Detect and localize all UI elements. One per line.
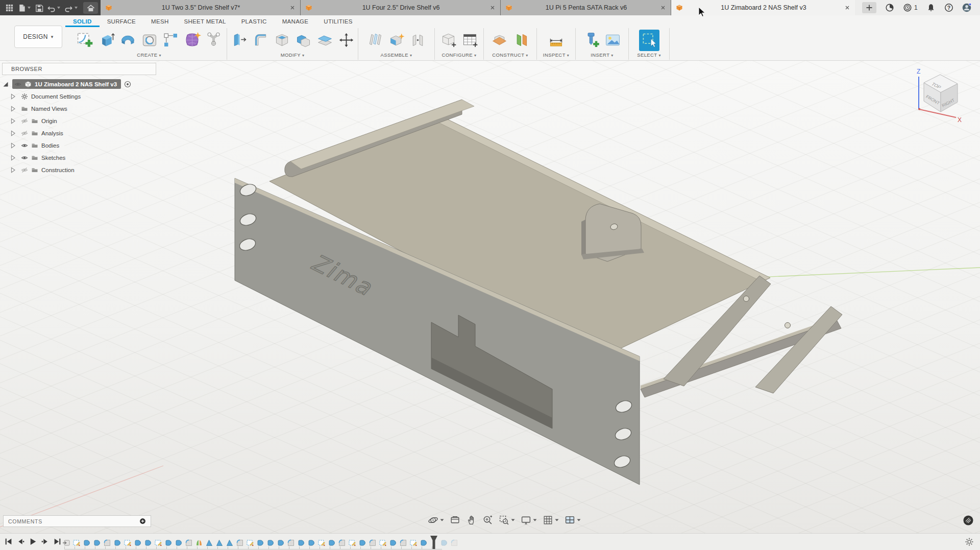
close-icon[interactable] — [844, 5, 850, 11]
timeline-feature-extrude[interactable] — [277, 539, 285, 547]
help-button[interactable]: ? — [944, 3, 953, 12]
tool-hole[interactable] — [139, 30, 159, 51]
expand-arrow-icon[interactable] — [9, 166, 16, 174]
timeline-feature-sketch[interactable] — [348, 539, 356, 547]
zoom-button[interactable] — [482, 515, 493, 525]
fit-button[interactable] — [499, 515, 515, 525]
expand-arrow-icon[interactable] — [9, 105, 16, 112]
add-comment-icon[interactable] — [139, 518, 146, 524]
notifications-button[interactable] — [926, 3, 936, 12]
timeline-feature-triangle[interactable] — [215, 539, 224, 547]
timeline-feature-sketch[interactable] — [409, 539, 418, 547]
timeline-feature-extrude[interactable] — [144, 539, 152, 547]
tool-press-pull[interactable] — [229, 30, 249, 51]
timeline-feature-triangle[interactable] — [205, 539, 213, 547]
file-new-button[interactable] — [16, 3, 32, 13]
browser-item-named-views[interactable]: Named Views — [9, 103, 156, 114]
close-icon[interactable] — [289, 5, 296, 11]
tool-insert-fastener[interactable] — [581, 30, 602, 51]
orbit-button[interactable] — [428, 515, 444, 525]
tool-measure[interactable] — [546, 30, 567, 51]
timeline-feature-fillet[interactable] — [103, 539, 111, 547]
expand-arrow-icon[interactable] — [9, 142, 16, 149]
step-forward-button[interactable] — [41, 537, 50, 546]
tool-joint[interactable] — [386, 30, 407, 51]
ribbon-group-label[interactable]: CREATE ▾ — [71, 52, 227, 60]
document-tab[interactable]: 1U Two 3.5" Drive Shelf v7* — [101, 0, 301, 15]
tool-configuration[interactable] — [438, 30, 459, 51]
ribbon-tab-mesh[interactable]: MESH — [143, 15, 176, 27]
tool-new-component[interactable] — [365, 30, 385, 51]
app-grid-button[interactable] — [4, 3, 15, 13]
timeline-feature-extrude[interactable] — [389, 539, 397, 547]
ribbon-group-label[interactable]: CONFIGURE ▾ — [435, 52, 483, 60]
visibility-eye-off-icon[interactable] — [21, 130, 28, 137]
timeline-feature-fillet-suppressed[interactable] — [450, 539, 458, 547]
visibility-eye-off-icon[interactable] — [21, 117, 28, 125]
timeline-feature-extrude[interactable] — [266, 539, 275, 547]
ribbon-group-label[interactable]: INSERT ▾ — [576, 52, 628, 60]
close-icon[interactable] — [660, 5, 666, 11]
tool-configuration-table[interactable] — [460, 30, 480, 51]
timeline-feature-extrude[interactable] — [297, 539, 305, 547]
timeline-feature-sketch[interactable] — [124, 539, 132, 547]
save-button[interactable] — [34, 3, 44, 13]
browser-item-construction[interactable]: Construction — [9, 164, 156, 175]
view-cube[interactable]: TOP FRONT RIGHT Z X — [903, 64, 971, 127]
display-settings-button[interactable] — [521, 515, 537, 525]
new-tab-button[interactable] — [862, 2, 876, 13]
ribbon-tab-plastic[interactable]: PLASTIC — [234, 15, 275, 27]
tool-combine[interactable] — [293, 30, 313, 51]
expand-arrow-icon[interactable] — [9, 93, 16, 100]
pan-button[interactable] — [466, 515, 477, 525]
timeline-feature-extrude[interactable] — [328, 539, 336, 547]
expand-arrow-icon[interactable] — [9, 117, 16, 125]
timeline-feature-sketch[interactable] — [72, 539, 81, 547]
account-button[interactable] — [962, 3, 971, 12]
tool-canvas[interactable] — [603, 30, 623, 51]
look-at-button[interactable] — [450, 515, 460, 525]
timeline-feature-extrude[interactable] — [164, 539, 173, 547]
visibility-eye-off-icon[interactable] — [21, 166, 28, 174]
expand-arrow-icon[interactable] — [9, 154, 16, 161]
timeline-feature-derive[interactable] — [62, 539, 70, 547]
timeline-feature-extrude[interactable] — [256, 539, 264, 547]
timeline-feature-extrude[interactable] — [420, 539, 428, 547]
timeline-feature-fillet[interactable] — [338, 539, 346, 547]
timeline-feature-fillet[interactable] — [399, 539, 407, 547]
redo-button[interactable] — [63, 3, 79, 13]
timeline-feature-fillet[interactable] — [369, 539, 377, 547]
ribbon-tab-solid[interactable]: SOLID — [65, 15, 100, 27]
visibility-eye-icon[interactable] — [21, 154, 28, 161]
expand-arrow-icon[interactable] — [2, 81, 9, 88]
tool-pipe[interactable] — [203, 30, 224, 51]
browser-item-origin[interactable]: Origin — [9, 115, 156, 126]
skip-to-end-button[interactable] — [53, 537, 62, 546]
browser-item-analysis[interactable]: Analysis — [9, 128, 156, 138]
tool-move[interactable] — [336, 30, 356, 51]
timeline-feature-sketch[interactable] — [379, 539, 387, 547]
timeline-feature-sketch[interactable] — [317, 539, 326, 547]
ribbon-tab-surface[interactable]: SURFACE — [100, 15, 143, 27]
ribbon-group-label[interactable]: MODIFY ▾ — [227, 52, 358, 60]
tool-create-form[interactable] — [182, 30, 202, 51]
expand-arrow-icon[interactable] — [9, 130, 16, 137]
tool-rectangular-pattern[interactable] — [160, 30, 181, 51]
job-status-button[interactable]: 1 — [903, 3, 918, 12]
timeline-feature-extrude[interactable] — [83, 539, 91, 547]
ribbon-group-label[interactable]: CONSTRUCT ▾ — [484, 52, 536, 60]
viewports-button[interactable] — [565, 515, 581, 525]
tool-fillet[interactable] — [250, 30, 271, 51]
shelf-model[interactable]: Zima — [235, 100, 842, 485]
tool-extrude[interactable] — [96, 30, 116, 51]
play-button[interactable] — [29, 537, 37, 546]
ribbon-group-label[interactable]: SELECT ▾ — [629, 52, 669, 60]
ribbon-group-label[interactable]: INSPECT ▾ — [537, 52, 575, 60]
undo-button[interactable] — [46, 3, 62, 13]
document-tab[interactable]: 1U Four 2.5" Drive Shelf v6 — [301, 0, 501, 15]
timeline-feature-sketch[interactable] — [154, 539, 162, 547]
tool-construct-midplane[interactable] — [489, 30, 510, 51]
browser-item-document-settings[interactable]: Document Settings — [9, 91, 156, 102]
tool-revolve[interactable] — [117, 30, 138, 51]
timeline-feature-mirror[interactable] — [195, 539, 203, 547]
